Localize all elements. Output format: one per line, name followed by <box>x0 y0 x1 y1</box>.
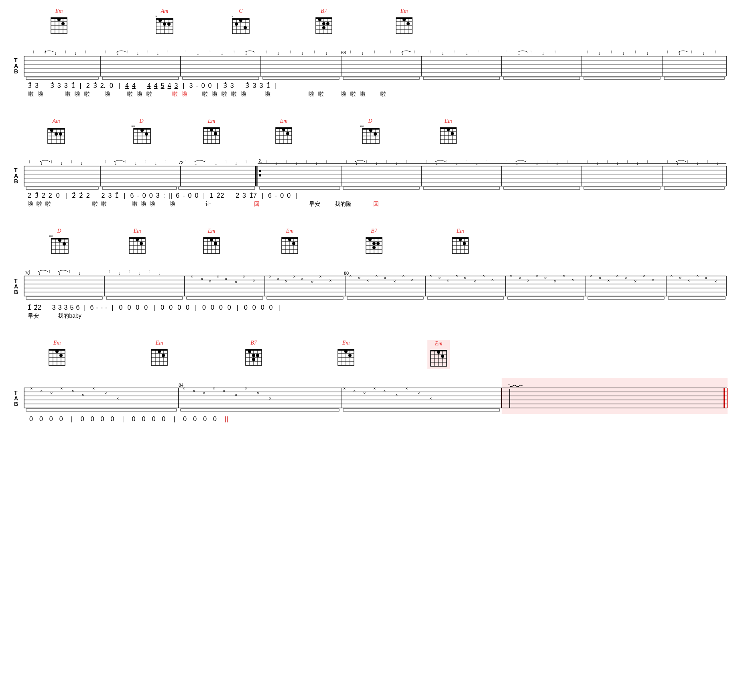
num: 3̊ <box>50 82 54 89</box>
svg-text:××: ×× <box>49 234 53 238</box>
svg-text:B: B <box>14 178 18 185</box>
svg-text:↓: ↓ <box>598 51 600 56</box>
svg-text:↑: ↑ <box>144 159 147 164</box>
svg-text:×: × <box>116 396 119 401</box>
num: 3 <box>252 82 256 89</box>
chord-row-2: Am D ×× <box>26 118 730 156</box>
svg-text:×: × <box>429 273 432 278</box>
num: 0 <box>287 192 291 199</box>
num: 0 <box>213 416 217 423</box>
num: 6 <box>90 304 94 311</box>
svg-rect-287 <box>26 187 98 189</box>
svg-rect-135 <box>584 77 660 79</box>
svg-text:×: × <box>643 273 645 278</box>
svg-text:↑: ↑ <box>506 159 508 164</box>
lyric: 啦 <box>28 201 33 208</box>
svg-text:↓: ↓ <box>215 160 217 166</box>
svg-text:×: × <box>429 396 432 401</box>
bar-sep: | <box>119 82 120 89</box>
bar-sep: | <box>173 416 175 423</box>
svg-text:↑: ↑ <box>610 49 612 55</box>
lyric <box>225 201 240 208</box>
svg-point-21 <box>167 22 171 26</box>
num: 0 <box>219 304 223 311</box>
chord-name: Em <box>445 118 452 124</box>
svg-text:↑: ↑ <box>108 269 111 274</box>
bar-sep: | <box>65 192 67 199</box>
lyric <box>330 91 335 98</box>
num: 0 <box>280 192 284 199</box>
svg-rect-446 <box>26 297 102 299</box>
svg-point-145 <box>50 129 53 132</box>
svg-text:↑: ↑ <box>84 49 87 55</box>
num: 0 <box>202 304 206 311</box>
svg-text:↓: ↓ <box>536 160 538 166</box>
svg-rect-131 <box>263 77 339 79</box>
chord-name: D <box>368 118 372 124</box>
lyric <box>95 91 100 98</box>
staff-row-1: T A B 68 ↑ <box>12 46 730 80</box>
svg-text:↓: ↓ <box>702 51 705 56</box>
svg-point-199 <box>451 132 454 135</box>
svg-text:↑: ↑ <box>634 49 636 55</box>
svg-text:↓: ↓ <box>361 51 364 56</box>
chord-name: Em <box>400 8 408 14</box>
chord-diagram <box>46 124 66 145</box>
chord-diagram <box>48 346 66 367</box>
row-4: Em Em <box>12 340 730 423</box>
svg-rect-136 <box>664 77 724 79</box>
svg-text:↑: ↑ <box>453 49 456 55</box>
svg-point-19 <box>159 19 162 22</box>
svg-text:×: × <box>81 392 84 397</box>
bar-sep: || <box>225 416 228 423</box>
svg-text:↓: ↓ <box>508 381 510 386</box>
svg-rect-556 <box>343 409 500 411</box>
svg-point-326 <box>214 242 217 245</box>
chord-name: B7 <box>371 228 377 234</box>
chord-diagram: ×× <box>130 124 152 145</box>
chord-name: Em <box>342 340 350 346</box>
svg-rect-133 <box>423 77 500 79</box>
svg-text:↑: ↑ <box>148 269 151 274</box>
chord-diagram <box>430 347 447 368</box>
lyric: 啦 <box>132 201 138 208</box>
svg-rect-291 <box>343 187 419 189</box>
svg-text:×: × <box>235 392 237 397</box>
chord-diagram <box>451 234 469 255</box>
lyric <box>283 91 297 98</box>
chord-name: Em <box>457 228 464 234</box>
svg-text:×: × <box>191 274 193 279</box>
svg-text:↑: ↑ <box>185 159 187 164</box>
svg-rect-482 <box>246 349 262 351</box>
svg-text:↓: ↓ <box>696 160 699 166</box>
svg-text:×: × <box>438 276 441 280</box>
lyric: 啦 <box>105 91 110 98</box>
num: 1 <box>209 192 213 199</box>
chord-name: D <box>139 118 143 124</box>
num: 0 <box>81 416 84 423</box>
num: 0 <box>252 304 256 311</box>
num: 3 <box>52 304 56 311</box>
num: 4 <box>147 82 151 89</box>
svg-text:×: × <box>373 386 376 391</box>
lyric <box>46 312 51 319</box>
svg-text:×: × <box>554 279 556 284</box>
svg-text:↓: ↓ <box>476 160 478 166</box>
num: 3̊ <box>35 192 39 199</box>
svg-text:×: × <box>571 277 574 282</box>
svg-text:↓: ↓ <box>275 160 277 166</box>
svg-rect-134 <box>504 77 580 79</box>
lyric: 啦 <box>202 91 208 98</box>
svg-text:↑: ↑ <box>466 159 468 164</box>
svg-text:××: ×× <box>131 124 135 128</box>
lyric: 啦 <box>222 91 227 98</box>
svg-text:↑: ↑ <box>666 49 669 55</box>
svg-rect-451 <box>427 297 504 299</box>
svg-point-506 <box>441 355 444 358</box>
num: 0 <box>142 416 145 423</box>
svg-text:×: × <box>213 386 215 391</box>
chord-b7-3: B7 <box>245 340 262 367</box>
num: 0 <box>203 416 207 423</box>
svg-text:×: × <box>679 276 681 280</box>
svg-text:↑: ↑ <box>265 159 267 164</box>
